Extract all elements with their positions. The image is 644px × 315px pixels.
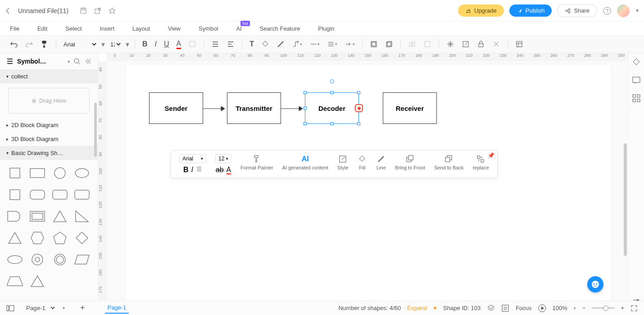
ctx-strike-icon[interactable]: ab bbox=[216, 166, 224, 174]
arrow-2[interactable] bbox=[281, 106, 305, 111]
menu-ai[interactable]: AIhot bbox=[236, 25, 241, 32]
search-icon[interactable] bbox=[73, 58, 81, 65]
ctx-fill[interactable]: Fill bbox=[354, 153, 371, 171]
shape-triangle[interactable] bbox=[50, 207, 69, 226]
play-icon[interactable] bbox=[538, 304, 546, 312]
font-color-icon[interactable]: A bbox=[175, 38, 183, 51]
user-avatar[interactable] bbox=[617, 5, 630, 17]
category-2d-block[interactable]: ▸2D Block Diagram bbox=[0, 118, 98, 132]
shape-pentagon[interactable] bbox=[50, 228, 69, 247]
menu-file[interactable]: File bbox=[10, 25, 19, 32]
zoom-in-icon[interactable]: + bbox=[621, 305, 624, 311]
theme-icon[interactable] bbox=[632, 58, 641, 67]
distribute-icon[interactable] bbox=[422, 38, 433, 50]
shape-oval[interactable] bbox=[5, 250, 24, 269]
menu-insert[interactable]: Insert bbox=[100, 25, 115, 32]
edit-shape-icon[interactable] bbox=[460, 38, 472, 50]
ctx-color-icon[interactable]: A bbox=[227, 166, 231, 174]
category-3d-block[interactable]: ▸3D Block Diagram bbox=[0, 132, 98, 146]
expand-link[interactable]: Expand bbox=[407, 305, 427, 311]
save-icon[interactable] bbox=[79, 7, 87, 15]
file-name[interactable]: Unnamed File(11) bbox=[18, 7, 68, 14]
shape-roundrect[interactable] bbox=[28, 185, 47, 204]
shape-rect[interactable] bbox=[28, 164, 47, 183]
grid-icon[interactable] bbox=[632, 94, 641, 103]
ctx-ai[interactable]: AI AI generated content bbox=[279, 153, 332, 171]
ctx-size-select[interactable]: 12▾ bbox=[215, 154, 231, 163]
focus-label[interactable]: Focus bbox=[516, 305, 531, 311]
align-h-icon[interactable] bbox=[209, 38, 221, 50]
menu-layout[interactable]: Layout bbox=[132, 25, 150, 32]
shape-roundrect2[interactable] bbox=[50, 185, 69, 204]
heart-icon[interactable]: ♥ bbox=[433, 305, 437, 311]
shape-triangle3[interactable] bbox=[28, 272, 47, 291]
ctx-bring-front[interactable]: Bring to Front bbox=[391, 153, 429, 171]
page-tab[interactable]: Page-1 bbox=[105, 302, 129, 314]
ctx-align-icon[interactable] bbox=[196, 166, 202, 174]
shape-frame[interactable] bbox=[28, 207, 47, 226]
menu-symbol[interactable]: Symbol bbox=[199, 25, 218, 32]
zoom-slider[interactable] bbox=[592, 307, 614, 309]
shape-parallelogram[interactable] bbox=[73, 250, 91, 269]
external-link-icon[interactable] bbox=[94, 7, 102, 15]
category-collect[interactable]: ▾collect bbox=[0, 69, 98, 83]
shape-square2[interactable] bbox=[5, 185, 24, 204]
zoom-out-icon[interactable]: − bbox=[582, 305, 586, 311]
arrow-style-icon[interactable]: ▾ bbox=[343, 38, 357, 50]
zoom-value[interactable]: 100% bbox=[553, 305, 567, 311]
highlight-icon[interactable] bbox=[186, 38, 198, 50]
shape-ellipse[interactable] bbox=[73, 164, 91, 183]
align-objects-icon[interactable] bbox=[406, 38, 418, 50]
ctx-send-back[interactable]: Send to Back bbox=[431, 153, 467, 171]
undo-icon[interactable] bbox=[8, 38, 20, 50]
shape-hexagon[interactable] bbox=[28, 228, 47, 247]
library-icon[interactable] bbox=[6, 58, 14, 65]
connection-handle[interactable] bbox=[355, 104, 363, 112]
collapse-icon[interactable] bbox=[84, 58, 91, 65]
comment-icon[interactable] bbox=[632, 76, 641, 85]
canvas-page[interactable]: Sender Transmitter Decoder Recei bbox=[125, 64, 612, 303]
add-page-icon[interactable]: + bbox=[80, 303, 85, 313]
canvas-v-scrollbar[interactable] bbox=[624, 143, 627, 256]
menu-search[interactable]: Search Feature bbox=[260, 25, 300, 32]
drag-here-zone[interactable]: ⊕Drag Here bbox=[8, 88, 90, 114]
shape-trapezoid[interactable] bbox=[5, 272, 24, 291]
connector-icon[interactable]: ▾ bbox=[290, 38, 304, 50]
layers-icon[interactable] bbox=[383, 38, 395, 50]
help-icon[interactable]: ? bbox=[603, 6, 612, 15]
ctx-style[interactable]: Style bbox=[334, 153, 352, 171]
lock-icon[interactable] bbox=[475, 38, 487, 50]
upgrade-button[interactable]: Upgrade bbox=[458, 5, 504, 17]
bold-icon[interactable]: B bbox=[141, 38, 150, 50]
shape-right-triangle[interactable] bbox=[73, 207, 91, 226]
pin-icon[interactable]: 📌 bbox=[488, 152, 494, 159]
shape-transmitter[interactable]: Transmitter bbox=[227, 92, 281, 124]
tools-icon[interactable] bbox=[490, 38, 502, 50]
fullscreen-icon[interactable] bbox=[630, 305, 638, 312]
font-family-select[interactable]: Arial bbox=[62, 41, 98, 48]
ctx-font-select[interactable]: Arial▾ bbox=[179, 154, 206, 163]
menu-plugin[interactable]: Plugin bbox=[318, 25, 334, 32]
rotation-handle[interactable] bbox=[330, 79, 334, 83]
italic-icon[interactable]: I bbox=[153, 38, 159, 50]
font-size-select[interactable]: 12 bbox=[109, 41, 122, 48]
chat-bubble[interactable] bbox=[587, 276, 603, 292]
shape-circle[interactable] bbox=[50, 164, 69, 183]
line-style-icon[interactable]: ▾ bbox=[308, 38, 322, 50]
share-button[interactable]: Share bbox=[557, 4, 597, 17]
layers-bottom-icon[interactable] bbox=[487, 304, 495, 312]
page-list-icon[interactable] bbox=[6, 305, 14, 311]
redo-icon[interactable] bbox=[23, 38, 35, 50]
template-icon[interactable] bbox=[513, 38, 525, 50]
underline-icon[interactable]: U bbox=[162, 38, 171, 50]
shape-halfround[interactable] bbox=[5, 207, 24, 226]
shape-diamond[interactable] bbox=[73, 228, 91, 247]
ctx-format-painter[interactable]: Format Painter bbox=[237, 153, 277, 171]
shape-receiver[interactable]: Receiver bbox=[383, 92, 437, 124]
fill-icon[interactable] bbox=[259, 38, 271, 50]
back-icon[interactable] bbox=[5, 7, 12, 14]
star-icon[interactable] bbox=[108, 7, 116, 15]
shape-roundrect3[interactable] bbox=[73, 185, 91, 204]
text-tool-icon[interactable]: T bbox=[248, 38, 256, 50]
menu-select[interactable]: Select bbox=[65, 25, 82, 32]
